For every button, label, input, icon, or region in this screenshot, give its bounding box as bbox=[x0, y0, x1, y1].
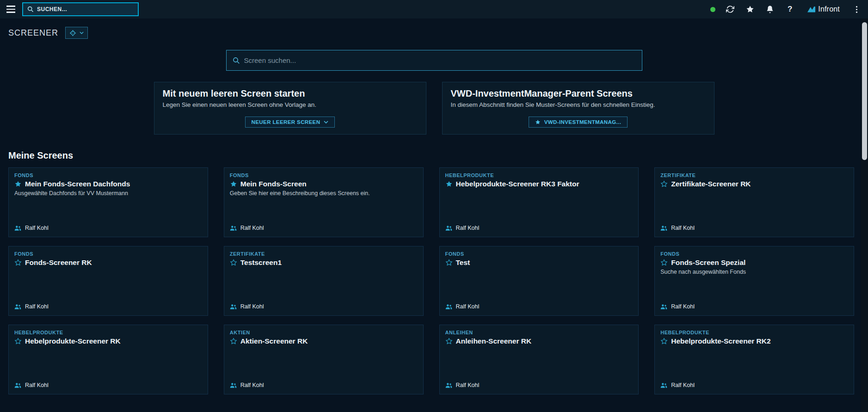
chevron-down-icon bbox=[80, 31, 84, 34]
owner-name: Ralf Kohl bbox=[671, 225, 695, 231]
screen-card[interactable]: FONDS Mein Fonds-Screen Geben Sie hier e… bbox=[224, 167, 424, 237]
vwd-button-label: VWD-INVESTMENTMANAG... bbox=[544, 119, 622, 125]
screen-card[interactable]: ZERTIFIKATE Testscreen1 Ralf Kohl bbox=[224, 246, 424, 316]
screen-category: AKTIEN bbox=[230, 330, 418, 335]
connection-status-icon bbox=[710, 7, 715, 12]
owner-icon bbox=[14, 382, 21, 388]
owner-name: Ralf Kohl bbox=[456, 225, 480, 231]
owner-name: Ralf Kohl bbox=[671, 303, 695, 310]
chevron-down-icon bbox=[324, 121, 328, 123]
screen-card[interactable]: FONDS Test Ralf Kohl bbox=[439, 246, 639, 316]
screen-title: Fonds-Screener RK bbox=[25, 258, 92, 267]
favorites-button[interactable] bbox=[745, 4, 755, 14]
global-search bbox=[22, 2, 139, 16]
favorite-star-icon[interactable] bbox=[230, 259, 237, 266]
screen-card[interactable]: FONDS Mein Fonds-Screen Dachfonds Ausgew… bbox=[8, 167, 208, 237]
screen-card[interactable]: HEBELPRODUKTE Hebelprodukte-Screener RK … bbox=[8, 325, 208, 394]
screen-card[interactable]: AKTIEN Aktien-Screener RK Ralf Kohl bbox=[224, 325, 424, 394]
screen-category: HEBELPRODUKTE bbox=[14, 330, 202, 335]
favorite-star-icon[interactable] bbox=[14, 259, 22, 266]
owner-name: Ralf Kohl bbox=[240, 382, 264, 388]
parent-screens-card: VWD-InvestmentManager-Parent Screens In … bbox=[442, 82, 714, 135]
kebab-icon bbox=[856, 5, 858, 14]
screen-category: ANLEIHEN bbox=[445, 330, 633, 335]
favorite-star-icon[interactable] bbox=[14, 180, 22, 188]
favorite-star-icon[interactable] bbox=[660, 180, 668, 188]
new-screen-description: Legen Sie einen neuen leeren Screen ohne… bbox=[163, 101, 418, 108]
screens-grid: FONDS Mein Fonds-Screen Dachfonds Ausgew… bbox=[8, 167, 854, 394]
menu-icon[interactable] bbox=[6, 4, 17, 15]
favorite-star-icon[interactable] bbox=[660, 259, 668, 266]
star-icon bbox=[535, 119, 541, 125]
favorite-star-icon[interactable] bbox=[14, 338, 22, 345]
screen-category: FONDS bbox=[230, 172, 418, 178]
screen-title: Zertifikate-Screener RK bbox=[671, 180, 751, 188]
notifications-button[interactable] bbox=[765, 4, 775, 14]
owner-icon bbox=[14, 225, 21, 231]
bell-icon bbox=[766, 5, 774, 13]
crosshair-icon bbox=[69, 30, 76, 37]
vwd-investmentmanager-button[interactable]: VWD-INVESTMENTMANAG... bbox=[529, 117, 628, 128]
overflow-menu-button[interactable] bbox=[851, 4, 862, 14]
infront-logo-icon bbox=[807, 6, 815, 12]
sync-icon bbox=[726, 5, 734, 13]
topbar-actions: ? Infront bbox=[710, 4, 862, 14]
owner-name: Ralf Kohl bbox=[456, 382, 480, 388]
screen-card[interactable]: ANLEIHEN Anleihen-Screener RK Ralf Kohl bbox=[439, 325, 639, 394]
screen-title: Hebelprodukte-Screener RK2 bbox=[671, 337, 770, 345]
search-icon bbox=[233, 57, 240, 64]
favorite-star-icon[interactable] bbox=[230, 180, 237, 188]
screen-description: Ausgewählte Dachfonds für VV Mustermann bbox=[14, 190, 202, 197]
scrollbar-thumb[interactable] bbox=[862, 22, 867, 160]
screen-title: Mein Fonds-Screen Dachfonds bbox=[25, 180, 130, 188]
parent-screens-title: VWD-InvestmentManager-Parent Screens bbox=[451, 88, 706, 99]
owner-icon bbox=[230, 225, 237, 231]
screen-card[interactable]: FONDS Fonds-Screen Spezial Suche nach au… bbox=[654, 246, 854, 316]
global-search-input[interactable] bbox=[37, 6, 134, 12]
new-screen-button[interactable]: NEUER LEERER SCREEN bbox=[245, 117, 335, 128]
owner-name: Ralf Kohl bbox=[25, 382, 49, 388]
screen-title: Hebelprodukte-Screener RK bbox=[25, 337, 121, 345]
screener-tool-button[interactable] bbox=[65, 27, 88, 39]
sync-button[interactable] bbox=[725, 4, 735, 14]
owner-name: Ralf Kohl bbox=[671, 382, 695, 388]
owner-icon bbox=[660, 225, 667, 231]
favorite-star-icon[interactable] bbox=[445, 259, 453, 266]
owner-name: Ralf Kohl bbox=[25, 303, 49, 310]
screen-title: Fonds-Screen Spezial bbox=[671, 258, 745, 267]
owner-name: Ralf Kohl bbox=[25, 225, 49, 231]
screen-category: ZERTIFIKATE bbox=[660, 172, 848, 178]
favorite-star-icon[interactable] bbox=[660, 338, 668, 345]
screen-title: Mein Fonds-Screen bbox=[240, 180, 307, 188]
owner-icon bbox=[445, 304, 452, 309]
screen-card[interactable]: HEBELPRODUKTE Hebelprodukte-Screener RK2… bbox=[654, 325, 854, 394]
screen-category: FONDS bbox=[14, 251, 202, 257]
owner-name: Ralf Kohl bbox=[456, 303, 480, 310]
favorite-star-icon[interactable] bbox=[445, 338, 453, 345]
screen-card[interactable]: ZERTIFIKATE Zertifikate-Screener RK Ralf… bbox=[654, 167, 854, 237]
screen-category: HEBELPRODUKTE bbox=[660, 330, 848, 335]
screen-search-input[interactable] bbox=[244, 56, 636, 64]
brand-name: Infront bbox=[818, 5, 840, 13]
screen-title: Test bbox=[456, 258, 470, 267]
screen-category: FONDS bbox=[445, 251, 633, 257]
page-title: SCREENER bbox=[8, 28, 58, 38]
brand: Infront bbox=[807, 5, 840, 13]
promo-row: Mit neuem leeren Screen starten Legen Si… bbox=[154, 82, 714, 135]
screen-search bbox=[226, 50, 642, 71]
screen-title: Aktien-Screener RK bbox=[240, 337, 308, 345]
page-header: SCREENER bbox=[0, 18, 868, 39]
owner-icon bbox=[230, 304, 237, 309]
favorite-star-icon[interactable] bbox=[230, 338, 237, 345]
favorite-star-icon[interactable] bbox=[445, 180, 453, 188]
parent-screens-description: In diesem Abschnitt finden Sie Muster-Sc… bbox=[451, 101, 706, 108]
help-button[interactable]: ? bbox=[785, 4, 795, 14]
screen-card[interactable]: FONDS Fonds-Screener RK Ralf Kohl bbox=[8, 246, 208, 316]
owner-icon bbox=[14, 304, 21, 309]
screen-category: FONDS bbox=[14, 172, 202, 178]
section-title: Meine Screens bbox=[0, 150, 868, 161]
scrollbar[interactable] bbox=[861, 18, 868, 412]
owner-name: Ralf Kohl bbox=[240, 225, 264, 231]
owner-icon bbox=[230, 382, 237, 388]
screen-card[interactable]: HEBELPRODUKTE Hebelprodukte-Screener RK3… bbox=[439, 167, 639, 237]
